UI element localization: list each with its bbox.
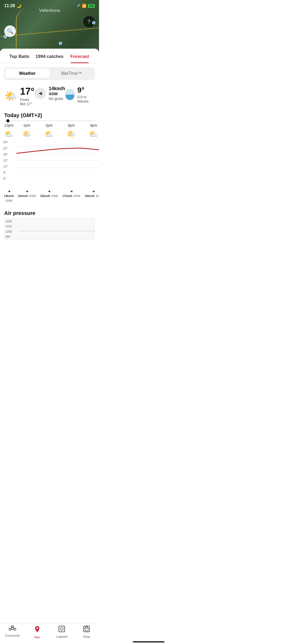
weather-wind-block: ◄ 14km/h SSW No gusts: [34, 86, 65, 101]
wind-cell-2: ◄ 16km/h SSW: [38, 189, 60, 203]
tab-top-baits[interactable]: Top Baits: [4, 54, 34, 63]
moon-icon: 🌙: [17, 4, 21, 8]
temperature-graph: 24° 21° 18° 15° 12° 9° 6°: [2, 139, 99, 187]
chart-icons-row: ⛅ 🌤️ ⛅ 🌤️ ⛅ ⛅ 🌤️ ⛅ 🌤️: [2, 128, 99, 139]
wind-cell-4: ◄ 16km/h SSW: [82, 189, 99, 203]
y-label-6: 6°: [3, 177, 15, 181]
wind-arrow-icon: ◄: [34, 88, 46, 99]
wind-cell-0: ◄ 14km/h SSW: [2, 189, 16, 203]
pressure-chart: 1030 1015 1000 985: [4, 218, 95, 240]
wind-speed: 14km/h: [49, 86, 65, 91]
weather-temperature: 17°: [20, 86, 34, 97]
weather-current: 🌤️ 17° Feels like 17° ◄ 14km/h SSW No gu…: [0, 84, 99, 110]
y-label-21: 21°: [3, 146, 15, 150]
tab-catches[interactable]: 1994 catches: [34, 54, 64, 63]
status-time: 11:28: [4, 3, 15, 8]
weather-sun-icon: 🌤️: [4, 90, 17, 102]
temperature-svg: [16, 139, 99, 182]
chart-icon-3: 🌤️: [60, 130, 82, 138]
weather-chart-inner: 12pm 1pm 2pm 3pm 4pm 5pm 6pm 7pm 8 ⛅ 🌤️ …: [0, 121, 99, 204]
wave-icon: [65, 89, 75, 100]
y-label-24: 24°: [3, 140, 15, 144]
weather-temp-info: 17° Feels like 17°: [20, 86, 34, 106]
chart-icon-0: ⛅: [2, 130, 16, 138]
map-location-dot-1: [4, 35, 7, 38]
help-icon: ?: [88, 19, 90, 25]
wind-info: 14km/h SSW No gusts: [49, 86, 65, 101]
air-pressure-section: Air pressure 1030 1015 1000 985: [0, 206, 99, 242]
timeline-dot: [6, 119, 10, 122]
chart-icon-4: ⛅: [82, 130, 99, 138]
today-header: Today (GMT+2): [0, 110, 99, 121]
battery-badge: E18: [88, 4, 95, 8]
pressure-label-1030: 1030: [6, 220, 18, 223]
weather-temp-block: 🌤️ 17° Feels like 17°: [4, 86, 34, 106]
map-view[interactable]: 11:28 🌙 ✈️ 📶 E18 Vallentuna 🔍 ?: [0, 0, 99, 53]
forecast-toggle-container: Weather BiteTime™: [0, 63, 99, 84]
toggle-weather[interactable]: Weather: [5, 68, 50, 79]
temp-line: [16, 148, 99, 165]
y-label-15: 15°: [3, 159, 15, 162]
airplane-icon: ✈️: [76, 4, 80, 8]
pressure-label-1000: 1000: [6, 230, 18, 233]
toggle-bitetime[interactable]: BiteTime™: [50, 68, 94, 79]
forecast-toggle: Weather BiteTime™: [4, 67, 95, 80]
chart-time-4: 4pm: [82, 123, 99, 127]
weather-wave-block: 9° 0.9 m Waves: [65, 86, 95, 103]
pressure-y-labels: 1030 1015 1000 985: [4, 219, 19, 239]
wave-height: 0.9 m Waves: [77, 95, 95, 103]
chart-time-0: 12pm: [2, 123, 16, 127]
wifi-icon: 📶: [82, 4, 86, 8]
timeline-indicator: [4, 121, 95, 121]
y-label-12: 12°: [3, 165, 15, 168]
weather-chart-scroll[interactable]: 12pm 1pm 2pm 3pm 4pm 5pm 6pm 7pm 8 ⛅ 🌤️ …: [0, 121, 99, 206]
wind-direction: SSW: [49, 91, 65, 96]
wind-cell-1: ◄ 16km/h SSW: [16, 189, 38, 203]
wave-info: 9° 0.9 m Waves: [77, 86, 95, 103]
chart-icon-1: 🌤️: [16, 130, 38, 138]
map-location-dot-3: [92, 21, 95, 24]
chart-time-labels: 12pm 1pm 2pm 3pm 4pm 5pm 6pm 7pm 8: [2, 121, 99, 128]
wind-gusts: No gusts: [49, 96, 65, 101]
water-temperature: 9°: [77, 86, 95, 94]
wind-data-row: ◄ 14km/h SSW ◄ 16km/h SSW ◄ 16km/h SSW ◄…: [2, 187, 99, 204]
pressure-label-985: 985: [6, 235, 18, 238]
search-icon: 🔍: [7, 28, 13, 34]
chart-time-2: 2pm: [38, 123, 60, 127]
tab-forecast[interactable]: Forecast: [65, 54, 95, 63]
weather-feels-like: Feels like 17°: [20, 98, 34, 106]
today-title: Today (GMT+2): [4, 112, 95, 118]
forecast-tabs: Top Baits 1994 catches Forecast: [0, 49, 99, 63]
map-location-dot-2: [59, 42, 62, 45]
bottom-sheet: Top Baits 1994 catches Forecast Weather …: [0, 49, 99, 268]
status-bar: 11:28 🌙 ✈️ 📶 E18: [0, 0, 99, 12]
status-icons: ✈️ 📶 E18: [76, 4, 95, 8]
pressure-label-1015: 1015: [6, 225, 18, 228]
chart-time-1: 1pm: [16, 123, 38, 127]
air-pressure-title: Air pressure: [4, 210, 95, 216]
chart-icon-2: ⛅: [38, 130, 60, 138]
y-label-9: 9°: [3, 171, 15, 174]
y-label-18: 18°: [3, 153, 15, 156]
wind-cell-3: ◄ 17km/h SSW: [60, 189, 82, 203]
chart-time-3: 3pm: [60, 123, 82, 127]
pressure-dashed-line: [19, 231, 95, 231]
